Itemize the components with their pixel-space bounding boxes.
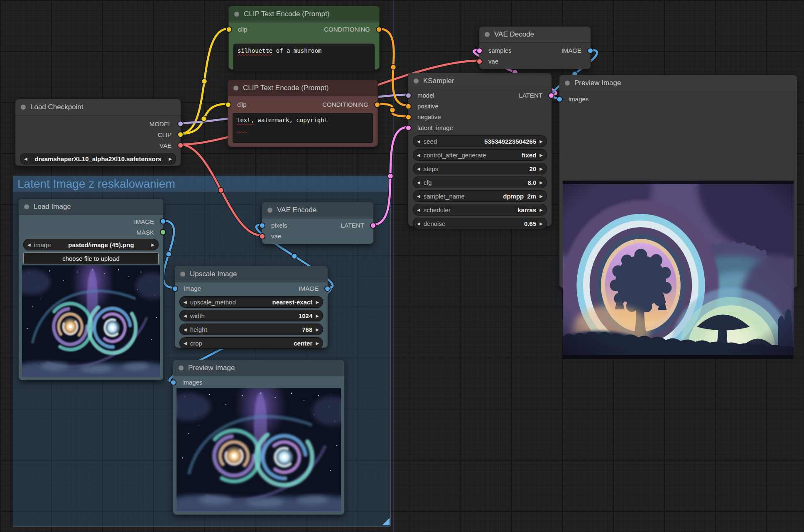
prev-arrow-icon[interactable]: ◀ xyxy=(24,157,27,161)
next-arrow-icon[interactable]: ▶ xyxy=(539,194,543,199)
input-port-vae[interactable] xyxy=(476,59,483,65)
input-port-images[interactable] xyxy=(170,380,176,386)
node-header[interactable]: Load Image xyxy=(19,199,163,215)
input-port-negative[interactable] xyxy=(405,114,412,120)
collapse-dot-icon[interactable] xyxy=(485,32,490,37)
input-port-vae[interactable] xyxy=(259,233,265,240)
next-arrow-icon[interactable]: ▶ xyxy=(316,341,319,346)
input-port-model[interactable] xyxy=(405,93,412,99)
output-port-image[interactable] xyxy=(324,286,331,292)
collapse-dot-icon[interactable] xyxy=(233,86,238,91)
widget-seed[interactable]: ◀seed535349223504265▶ xyxy=(413,135,547,147)
prompt-textarea[interactable]: silhouette of a mushroom xyxy=(233,44,375,72)
collapse-dot-icon[interactable] xyxy=(21,105,26,110)
input-port-images[interactable] xyxy=(556,96,563,103)
input-port-image[interactable] xyxy=(172,286,178,292)
node-upscale-image[interactable]: Upscale Image image IMAGE ◀upscale_metho… xyxy=(174,266,328,348)
output-port-latent[interactable] xyxy=(548,93,554,99)
widget-height[interactable]: ◀height768▶ xyxy=(179,324,323,335)
input-port-pixels[interactable] xyxy=(259,223,265,229)
node-header[interactable]: Load Checkpoint xyxy=(15,99,181,115)
input-port-samples[interactable] xyxy=(476,48,483,54)
next-arrow-icon[interactable]: ▶ xyxy=(169,157,172,161)
node-header[interactable]: VAE Encode xyxy=(262,202,373,218)
input-port-clip[interactable] xyxy=(226,27,232,33)
prev-arrow-icon[interactable]: ◀ xyxy=(417,221,420,226)
widget-ckpt-name[interactable]: ◀ dreamshaperXL10_alpha2Xl10.safetensors… xyxy=(20,153,176,164)
prompt-textarea[interactable]: text, watermark, copyright aaa xyxy=(233,113,373,143)
next-arrow-icon[interactable]: ▶ xyxy=(539,167,543,171)
node-preview-image-right[interactable]: Preview Image images xyxy=(559,75,797,288)
collapse-dot-icon[interactable] xyxy=(24,204,29,209)
node-header[interactable]: CLIP Text Encode (Prompt) xyxy=(229,6,379,22)
output-port-vae[interactable] xyxy=(177,142,184,149)
next-arrow-icon[interactable]: ▶ xyxy=(539,139,543,144)
widget-scheduler[interactable]: ◀schedulerkarras▶ xyxy=(413,204,547,216)
output-port-image[interactable] xyxy=(587,48,593,54)
input-port-latent-image[interactable] xyxy=(405,125,412,131)
widget-upscale-method[interactable]: ◀upscale_methodnearest-exact▶ xyxy=(179,296,323,308)
prev-arrow-icon[interactable]: ◀ xyxy=(184,314,187,318)
node-header[interactable]: CLIP Text Encode (Prompt) xyxy=(228,80,377,96)
output-port-model[interactable] xyxy=(177,121,184,127)
widget-sampler-name[interactable]: ◀sampler_namedpmpp_2m▶ xyxy=(413,190,547,202)
prev-arrow-icon[interactable]: ◀ xyxy=(184,341,187,346)
prev-arrow-icon[interactable]: ◀ xyxy=(417,153,420,157)
node-title: CLIP Text Encode (Prompt) xyxy=(243,84,328,92)
input-label-image: image xyxy=(184,285,201,292)
next-arrow-icon[interactable]: ▶ xyxy=(316,314,319,318)
widget-width[interactable]: ◀width1024▶ xyxy=(179,310,323,321)
output-port-conditioning[interactable] xyxy=(376,27,382,33)
node-header[interactable]: Upscale Image xyxy=(175,266,328,282)
collapse-dot-icon[interactable] xyxy=(267,208,272,213)
next-arrow-icon[interactable]: ▶ xyxy=(316,327,319,332)
input-port-clip[interactable] xyxy=(225,102,231,108)
collapse-dot-icon[interactable] xyxy=(565,81,570,86)
prev-arrow-icon[interactable]: ◀ xyxy=(417,139,420,144)
output-port-conditioning[interactable] xyxy=(374,102,380,108)
next-arrow-icon[interactable]: ▶ xyxy=(539,208,543,212)
node-load-image[interactable]: Load Image IMAGE MASK ◀ image pasted/ima… xyxy=(18,199,164,380)
output-port-latent[interactable] xyxy=(370,223,376,229)
prev-arrow-icon[interactable]: ◀ xyxy=(417,208,420,212)
widget-image-file[interactable]: ◀ image pasted/image (45).png ▶ xyxy=(23,239,159,250)
input-port-positive[interactable] xyxy=(405,103,412,110)
collapse-dot-icon[interactable] xyxy=(414,78,419,83)
node-load-checkpoint[interactable]: Load Checkpoint MODEL CLIP VAE ◀ dreamsh… xyxy=(15,99,181,166)
widget-steps[interactable]: ◀steps20▶ xyxy=(413,163,547,174)
node-header[interactable]: VAE Decode xyxy=(479,27,591,43)
node-vae-decode[interactable]: VAE Decode samples IMAGE vae xyxy=(479,26,591,69)
node-header[interactable]: Preview Image xyxy=(173,360,344,376)
widget-denoise[interactable]: ◀denoise0.65▶ xyxy=(413,218,547,229)
node-graph-canvas[interactable]: Latent Image z reskalowaniem xyxy=(0,0,804,532)
output-port-mask[interactable] xyxy=(160,229,166,235)
prev-arrow-icon[interactable]: ◀ xyxy=(417,180,420,185)
next-arrow-icon[interactable]: ▶ xyxy=(539,221,543,226)
next-arrow-icon[interactable]: ▶ xyxy=(539,180,543,185)
output-port-clip[interactable] xyxy=(177,132,184,138)
next-arrow-icon[interactable]: ▶ xyxy=(539,153,543,157)
prev-arrow-icon[interactable]: ◀ xyxy=(417,167,420,171)
node-clip-text-encode-positive[interactable]: CLIP Text Encode (Prompt) clip CONDITION… xyxy=(228,6,380,70)
next-arrow-icon[interactable]: ▶ xyxy=(316,300,319,304)
node-clip-text-encode-negative[interactable]: CLIP Text Encode (Prompt) clip CONDITION… xyxy=(228,80,378,147)
collapse-dot-icon[interactable] xyxy=(180,272,185,277)
node-preview-image-bottom[interactable]: Preview Image images xyxy=(173,360,345,515)
prev-arrow-icon[interactable]: ◀ xyxy=(27,243,31,247)
node-header[interactable]: Preview Image xyxy=(559,75,797,91)
node-header[interactable]: KSampler xyxy=(408,73,552,89)
wire-dot xyxy=(390,108,395,113)
prev-arrow-icon[interactable]: ◀ xyxy=(184,300,187,304)
prev-arrow-icon[interactable]: ◀ xyxy=(184,327,187,332)
next-arrow-icon[interactable]: ▶ xyxy=(151,243,154,247)
choose-file-button[interactable]: choose file to upload xyxy=(23,253,159,264)
prev-arrow-icon[interactable]: ◀ xyxy=(417,194,420,199)
collapse-dot-icon[interactable] xyxy=(179,365,184,370)
widget-crop[interactable]: ◀cropcenter▶ xyxy=(179,337,323,349)
collapse-dot-icon[interactable] xyxy=(234,12,239,17)
node-vae-encode[interactable]: VAE Encode pixels LATENT vae xyxy=(262,202,374,244)
widget-cfg[interactable]: ◀cfg8.0▶ xyxy=(413,177,547,188)
widget-control-after-generate[interactable]: ◀control_after_generatefixed▶ xyxy=(413,149,547,161)
node-ksampler[interactable]: KSampler model LATENT positive negative … xyxy=(408,73,552,226)
output-port-image[interactable] xyxy=(160,218,166,225)
